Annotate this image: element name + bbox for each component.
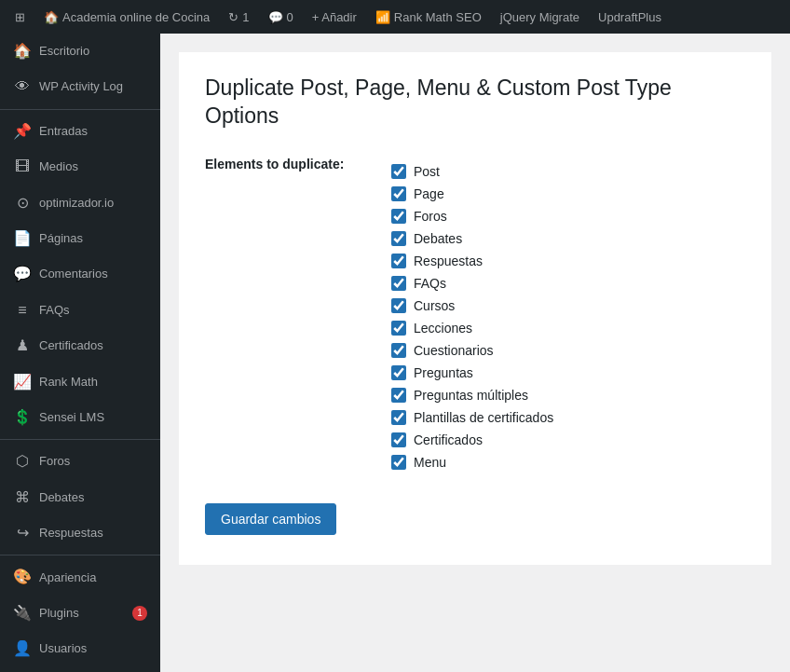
comentarios-icon: 💬 bbox=[13, 264, 32, 284]
checkbox-label-preguntas-multiples[interactable]: Preguntas múltiples bbox=[414, 388, 528, 403]
sidebar-item-paginas[interactable]: 📄Páginas bbox=[0, 221, 160, 256]
jquery-migrate-link[interactable]: jQuery Migrate bbox=[493, 0, 587, 34]
sidebar-label-escritorio: Escritorio bbox=[39, 43, 147, 60]
checkbox-faqs[interactable] bbox=[391, 276, 406, 291]
medios-icon: 🎞 bbox=[13, 157, 32, 177]
wp-logo[interactable]: ⊞ bbox=[7, 0, 33, 34]
rank-math-label: Rank Math SEO bbox=[394, 10, 482, 24]
checkbox-item-post: Post bbox=[391, 164, 736, 179]
checkbox-certificados[interactable] bbox=[391, 432, 406, 447]
checkboxes-cell: PostPageForosDebatesRespuestasFAQsCursos… bbox=[391, 153, 745, 481]
checkbox-plantillas-certificados[interactable] bbox=[391, 410, 406, 425]
sidebar-item-optimizador[interactable]: ⊙optimizador.io bbox=[0, 185, 160, 221]
checkbox-item-debates: Debates bbox=[391, 231, 736, 246]
apariencia-icon: 🎨 bbox=[13, 567, 32, 587]
foros-icon: ⬡ bbox=[13, 451, 32, 472]
checkbox-label-faqs[interactable]: FAQs bbox=[414, 276, 446, 291]
sidebar-label-usuarios: Usuarios bbox=[39, 640, 147, 657]
sidebar-item-foros[interactable]: ⬡Foros bbox=[0, 444, 160, 479]
jquery-migrate-label: jQuery Migrate bbox=[500, 10, 579, 24]
updates-icon: ↻ bbox=[228, 10, 238, 24]
sidebar-label-apariencia: Apariencia bbox=[39, 569, 147, 586]
sidebar-badge-plugins: 1 bbox=[132, 606, 147, 621]
site-name: Academia online de Cocina bbox=[62, 10, 210, 24]
checkbox-label-post[interactable]: Post bbox=[414, 164, 440, 179]
sidebar-item-medios[interactable]: 🎞Medios bbox=[0, 149, 160, 185]
checkbox-item-plantillas-certificados: Plantillas de certificados bbox=[391, 410, 736, 425]
escritorio-icon: 🏠 bbox=[13, 41, 32, 62]
sidebar-label-comentarios: Comentarios bbox=[39, 266, 147, 282]
sidebar-item-debates[interactable]: ⌘Debates bbox=[0, 480, 160, 515]
sidebar-item-wp-activity-log[interactable]: 👁WP Activity Log bbox=[0, 69, 160, 104]
checkbox-respuestas[interactable] bbox=[391, 254, 406, 268]
updraftplus-link[interactable]: UpdraftPlus bbox=[591, 0, 669, 34]
sidebar-item-entradas[interactable]: 📌Entradas bbox=[0, 114, 160, 149]
faqs-icon: ≡ bbox=[13, 300, 32, 321]
comments-icon: 💬 bbox=[268, 10, 283, 24]
sidebar-item-apariencia[interactable]: 🎨Apariencia bbox=[0, 559, 160, 595]
menu-separator bbox=[0, 555, 160, 555]
checkbox-page[interactable] bbox=[391, 186, 406, 201]
checkbox-label-preguntas[interactable]: Preguntas bbox=[414, 365, 473, 380]
checkbox-label-menu[interactable]: Menu bbox=[414, 455, 446, 470]
sidebar-label-optimizador: optimizador.io bbox=[39, 195, 147, 212]
checkbox-label-cuestionarios[interactable]: Cuestionarios bbox=[414, 343, 494, 358]
sensei-lms-icon: 💲 bbox=[13, 407, 32, 428]
checkbox-item-preguntas-multiples: Preguntas múltiples bbox=[391, 388, 736, 403]
sidebar-item-rank-math[interactable]: 📈Rank Math bbox=[0, 364, 160, 400]
checkbox-menu[interactable] bbox=[391, 455, 406, 470]
debates-icon: ⌘ bbox=[13, 487, 32, 508]
rank-math-icon: 📶 bbox=[375, 10, 390, 24]
checkbox-foros[interactable] bbox=[391, 209, 406, 224]
checkbox-preguntas[interactable] bbox=[391, 365, 406, 380]
checkbox-lecciones[interactable] bbox=[391, 321, 406, 336]
sidebar-item-usuarios[interactable]: 👤Usuarios bbox=[0, 631, 160, 666]
wp-activity-log-icon: 👁 bbox=[13, 76, 32, 97]
sidebar-item-respuestas[interactable]: ↪Respuestas bbox=[0, 515, 160, 551]
updates-count: 1 bbox=[242, 10, 249, 24]
checkbox-cuestionarios[interactable] bbox=[391, 343, 406, 358]
sidebar-item-sensei-lms[interactable]: 💲Sensei LMS bbox=[0, 400, 160, 435]
sidebar-label-respuestas: Respuestas bbox=[39, 525, 147, 542]
checkbox-debates[interactable] bbox=[391, 231, 406, 246]
sidebar-item-comentarios[interactable]: 💬Comentarios bbox=[0, 256, 160, 292]
optimizador-icon: ⊙ bbox=[13, 193, 32, 213]
rank-math-link[interactable]: 📶 Rank Math SEO bbox=[368, 0, 489, 34]
sidebar-item-escritorio[interactable]: 🏠Escritorio bbox=[0, 34, 160, 69]
checkbox-cursos[interactable] bbox=[391, 298, 406, 313]
updates-link[interactable]: ↻ 1 bbox=[221, 0, 256, 34]
checkbox-item-cuestionarios: Cuestionarios bbox=[391, 343, 736, 358]
add-new-label: + Añadir bbox=[312, 10, 357, 24]
sidebar-label-rank-math: Rank Math bbox=[39, 374, 147, 391]
checkbox-item-menu: Menu bbox=[391, 455, 736, 470]
checkbox-label-cursos[interactable]: Cursos bbox=[414, 298, 455, 313]
wp-wrap: 🏠Escritorio👁WP Activity Log📌Entradas🎞Med… bbox=[0, 34, 790, 672]
checkbox-label-plantillas-certificados[interactable]: Plantillas de certificados bbox=[414, 410, 553, 425]
certificados-icon: ♟ bbox=[13, 336, 32, 356]
usuarios-icon: 👤 bbox=[13, 638, 32, 659]
updraftplus-label: UpdraftPlus bbox=[598, 10, 661, 24]
checkbox-label-page[interactable]: Page bbox=[414, 186, 444, 201]
sidebar-label-certificados: Certificados bbox=[39, 337, 147, 354]
page-title: Duplicate Post, Page, Menu & Custom Post… bbox=[205, 75, 745, 130]
sidebar-item-faqs[interactable]: ≡FAQs bbox=[0, 293, 160, 328]
checkbox-item-certificados: Certificados bbox=[391, 432, 736, 447]
checkbox-label-certificados[interactable]: Certificados bbox=[414, 432, 483, 447]
checkbox-post[interactable] bbox=[391, 164, 406, 179]
sidebar-label-medios: Medios bbox=[39, 158, 147, 175]
admin-bar: ⊞ 🏠 Academia online de Cocina ↻ 1 💬 0 + … bbox=[0, 0, 790, 34]
sidebar-label-foros: Foros bbox=[39, 453, 147, 470]
checkbox-item-respuestas: Respuestas bbox=[391, 254, 736, 268]
checkbox-label-respuestas[interactable]: Respuestas bbox=[414, 254, 483, 268]
comments-link[interactable]: 💬 0 bbox=[261, 0, 301, 34]
save-button[interactable]: Guardar cambios bbox=[205, 503, 336, 535]
checkbox-preguntas-multiples[interactable] bbox=[391, 388, 406, 403]
add-new-link[interactable]: + Añadir bbox=[305, 0, 364, 34]
sidebar-item-plugins[interactable]: 🔌Plugins1 bbox=[0, 596, 160, 631]
site-name-link[interactable]: 🏠 Academia online de Cocina bbox=[36, 0, 217, 34]
settings-wrap: Duplicate Post, Page, Menu & Custom Post… bbox=[179, 52, 771, 565]
checkbox-label-lecciones[interactable]: Lecciones bbox=[414, 321, 472, 336]
checkbox-label-debates[interactable]: Debates bbox=[414, 231, 462, 246]
sidebar-item-certificados[interactable]: ♟Certificados bbox=[0, 328, 160, 363]
checkbox-label-foros[interactable]: Foros bbox=[414, 209, 447, 224]
